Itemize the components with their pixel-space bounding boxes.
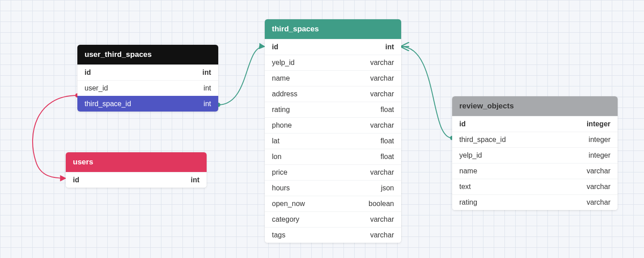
table-users[interactable]: usersidint <box>66 152 207 188</box>
column-type: varchar <box>587 167 610 175</box>
column-name: id <box>73 176 79 184</box>
column-row[interactable]: namevarchar <box>265 70 401 86</box>
column-row[interactable]: pricevarchar <box>265 164 401 180</box>
column-row[interactable]: third_space_idint <box>77 96 218 112</box>
column-type: float <box>381 137 394 145</box>
table-header[interactable]: review_objects <box>452 96 618 116</box>
column-name: third_space_id <box>459 136 506 144</box>
column-name: open_now <box>272 200 305 208</box>
column-name: id <box>272 43 278 51</box>
column-type: integer <box>589 136 610 144</box>
column-row[interactable]: addressvarchar <box>265 86 401 102</box>
column-type: boolean <box>369 200 394 208</box>
table-header[interactable]: users <box>66 152 207 172</box>
column-name: yelp_id <box>272 59 295 67</box>
column-type: int <box>203 84 211 92</box>
column-name: id <box>459 120 466 128</box>
column-name: name <box>459 167 477 175</box>
column-row[interactable]: textvarchar <box>452 179 618 194</box>
column-type: int <box>191 176 199 184</box>
column-name: tags <box>272 231 285 239</box>
table-review_objects[interactable]: review_objectsidintegerthird_space_idint… <box>452 96 618 210</box>
column-name: name <box>272 74 290 82</box>
column-name: price <box>272 168 288 176</box>
column-name: category <box>272 215 299 224</box>
column-row[interactable]: idinteger <box>452 116 618 132</box>
column-type: varchar <box>587 183 610 191</box>
column-type: varchar <box>370 121 394 129</box>
column-row[interactable]: ratingfloat <box>265 102 401 117</box>
column-row[interactable]: third_space_idinteger <box>452 132 618 147</box>
column-row[interactable]: hoursjson <box>265 180 401 196</box>
column-type: float <box>381 106 394 114</box>
column-row[interactable]: phonevarchar <box>265 117 401 133</box>
column-type: json <box>381 184 394 192</box>
column-row[interactable]: idint <box>265 39 401 55</box>
column-row[interactable]: tagsvarchar <box>265 227 401 243</box>
column-name: lon <box>272 153 281 161</box>
column-type: varchar <box>370 231 394 239</box>
column-row[interactable]: lonfloat <box>265 149 401 164</box>
column-row[interactable]: categoryvarchar <box>265 211 401 227</box>
column-name: third_space_id <box>85 100 131 108</box>
column-row[interactable]: idint <box>77 64 218 80</box>
column-type: int <box>385 43 394 51</box>
column-name: rating <box>272 106 290 114</box>
column-name: yelp_id <box>459 151 482 159</box>
column-type: varchar <box>587 198 610 206</box>
column-row[interactable]: user_idint <box>77 80 218 96</box>
table-header[interactable]: user_third_spaces <box>77 45 218 64</box>
column-row[interactable]: yelp_idvarchar <box>265 55 401 70</box>
column-name: user_id <box>85 84 108 92</box>
table-user_third_spaces[interactable]: user_third_spacesidintuser_idintthird_sp… <box>77 45 218 112</box>
column-type: float <box>381 153 394 161</box>
column-name: id <box>85 69 91 77</box>
column-type: varchar <box>370 59 394 67</box>
column-row[interactable]: idint <box>66 172 207 188</box>
column-type: varchar <box>370 90 394 98</box>
column-type: integer <box>589 151 610 159</box>
relationship-connector <box>401 47 452 138</box>
relationship-connector <box>218 47 265 105</box>
column-type: integer <box>587 120 610 128</box>
column-row[interactable]: yelp_idinteger <box>452 147 618 163</box>
column-name: hours <box>272 184 290 192</box>
column-name: address <box>272 90 297 98</box>
column-name: rating <box>459 198 477 206</box>
column-name: text <box>459 183 471 191</box>
column-type: int <box>202 69 211 77</box>
column-type: int <box>203 100 211 108</box>
column-row[interactable]: latfloat <box>265 133 401 149</box>
column-name: lat <box>272 137 280 145</box>
column-name: phone <box>272 121 292 129</box>
column-row[interactable]: namevarchar <box>452 163 618 179</box>
column-type: varchar <box>370 74 394 82</box>
column-row[interactable]: open_nowboolean <box>265 196 401 211</box>
table-third_spaces[interactable]: third_spacesidintyelp_idvarcharnamevarch… <box>265 19 401 243</box>
column-type: varchar <box>370 215 394 224</box>
table-header[interactable]: third_spaces <box>265 19 401 39</box>
column-type: varchar <box>370 168 394 176</box>
column-row[interactable]: ratingvarchar <box>452 194 618 210</box>
